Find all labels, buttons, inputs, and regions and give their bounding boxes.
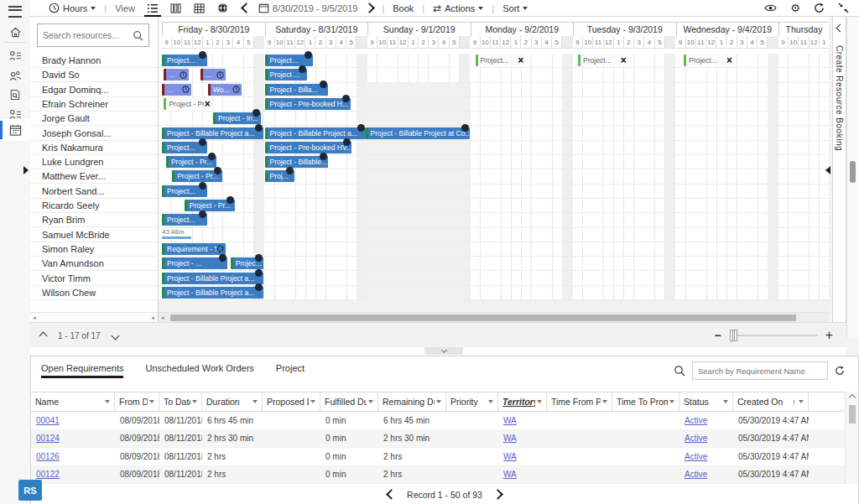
booking-bar[interactable]: Projec... — [231, 257, 263, 269]
cancel-booking-icon[interactable]: × — [621, 56, 627, 65]
next-range-button[interactable] — [366, 4, 373, 12]
cell-status[interactable]: Active — [679, 452, 733, 461]
column-header-name[interactable]: Name — [31, 392, 115, 411]
link[interactable]: Active — [685, 452, 707, 461]
booking-bar[interactable]: Project - Pr...× — [164, 98, 211, 110]
resource-row[interactable]: Wilson Chew — [30, 286, 158, 300]
booking-bar[interactable]: Project - ... — [162, 257, 227, 269]
booking-bar[interactable]: Project... — [162, 55, 207, 66]
resource-row[interactable]: Van Amundson — [30, 257, 158, 271]
booking-bar[interactable]: ... — [162, 84, 191, 96]
cancel-booking-icon[interactable]: × — [726, 56, 732, 65]
gantt-hscroll-thumb[interactable] — [170, 314, 796, 321]
column-header-remaining-durati[interactable]: Remaining Durati — [378, 392, 446, 411]
user-avatar-badge[interactable]: RS — [18, 480, 42, 501]
refresh-icon[interactable] — [835, 366, 845, 376]
column-header-to-date[interactable]: To Date — [159, 392, 202, 411]
link[interactable]: 00126 — [36, 452, 60, 461]
resource-row[interactable]: Kris Nakamura — [30, 141, 158, 155]
vertical-scroll-thumb[interactable] — [850, 161, 856, 183]
column-header-created-on[interactable]: Created On↑ — [733, 392, 809, 411]
resource-row[interactable]: Joseph Gonsal... — [30, 127, 158, 141]
filter-dropdown-icon[interactable] — [252, 400, 258, 403]
cell-territory[interactable]: WA — [498, 416, 547, 425]
table-row[interactable]: 0012208/09/201808/11/20182 hrs0 min2 hrs… — [31, 466, 845, 485]
booking-bar[interactable]: Project - Billable Project a... — [162, 273, 263, 284]
table-row[interactable]: 0012408/09/201808/11/20182 hrs 30 min0 m… — [31, 430, 845, 449]
prev-page-button[interactable] — [386, 489, 397, 500]
link[interactable]: 00041 — [36, 416, 60, 425]
booking-bar[interactable]: Project...× — [578, 55, 628, 66]
cell-territory[interactable]: WA — [498, 470, 547, 479]
resource-row[interactable]: Matthew Ever... — [30, 169, 158, 184]
hours-scale-dropdown[interactable]: Hours — [49, 3, 96, 13]
resource-row[interactable]: Jorge Gault — [30, 112, 158, 126]
list-view-button[interactable] — [143, 0, 162, 16]
collapse-button[interactable] — [838, 3, 849, 13]
booking-bar[interactable]: Project... — [162, 185, 207, 197]
cell-territory[interactable]: WA — [498, 452, 547, 461]
table-vscrollbar[interactable] — [845, 392, 858, 484]
filter-dropdown-icon[interactable] — [799, 400, 804, 403]
zoom-slider-thumb[interactable] — [730, 330, 737, 341]
cell-name[interactable]: 00124 — [31, 434, 115, 443]
resource-row[interactable]: Luke Lundgren — [30, 155, 158, 169]
link[interactable]: WA — [503, 470, 517, 479]
columns-view-button[interactable] — [167, 0, 185, 16]
filter-dropdown-icon[interactable] — [669, 400, 674, 403]
hamburger-button[interactable] — [0, 2, 30, 22]
sort-dropdown[interactable]: Sort — [502, 3, 528, 13]
actions-dropdown[interactable]: ⇄ Actions — [433, 3, 483, 14]
cell-name[interactable]: 00126 — [31, 452, 115, 461]
cell-status[interactable]: Active — [679, 434, 733, 443]
link[interactable]: 00124 — [36, 434, 60, 443]
cancel-booking-icon[interactable]: × — [518, 56, 523, 65]
filter-dropdown-icon[interactable] — [537, 400, 542, 403]
date-range-picker[interactable]: 8/30/2019 - 9/5/2019 — [258, 3, 358, 13]
booking-bar[interactable]: Project - Billable Project a... — [265, 127, 367, 139]
resource-row[interactable]: Ryan Brim — [30, 213, 158, 227]
cell-name[interactable]: 00041 — [31, 416, 115, 425]
filter-dropdown-icon[interactable] — [723, 400, 728, 403]
table-row[interactable]: 0012608/09/201808/11/20182 hrs0 min2 hrs… — [31, 448, 845, 466]
column-header-proposed-du[interactable]: Proposed Du — [263, 392, 320, 411]
booking-bar[interactable]: Project - Billable Project a... — [162, 287, 263, 299]
filter-dropdown-icon[interactable] — [368, 400, 373, 403]
link[interactable]: Active — [685, 416, 707, 425]
filter-dropdown-icon[interactable] — [602, 400, 607, 403]
nav-requirement-groups[interactable] — [0, 85, 30, 105]
resource-row[interactable]: Samuel McBride — [30, 228, 158, 242]
panel-collapse-handle[interactable] — [424, 347, 463, 355]
filter-dropdown-icon[interactable] — [436, 400, 441, 403]
page-down-button[interactable] — [111, 331, 119, 340]
tab-open-requirements[interactable]: Open Requirements — [41, 363, 123, 378]
booking-bar[interactable]: Project - Billa... — [265, 84, 329, 96]
requirement-search-input[interactable] — [692, 361, 828, 380]
booking-bar[interactable]: Project... — [162, 142, 207, 153]
table-view-button[interactable] — [190, 0, 209, 16]
booking-bar[interactable]: Project - Pr... — [185, 200, 235, 211]
booking-bar[interactable]: Project ... — [265, 69, 307, 81]
nav-resources[interactable] — [0, 65, 30, 86]
column-header-fulfilled-dura[interactable]: Fulfilled Dura — [320, 392, 378, 411]
visibility-button[interactable] — [764, 3, 777, 13]
tab-project[interactable]: Project — [276, 363, 305, 378]
filter-dropdown-icon[interactable] — [105, 400, 110, 403]
cell-status[interactable]: Active — [679, 470, 733, 479]
book-button[interactable]: Book — [393, 3, 414, 13]
page-up-button[interactable] — [39, 331, 48, 340]
booking-bar[interactable]: ... — [200, 69, 225, 81]
booking-bar[interactable]: Project...× — [476, 55, 526, 66]
column-header-status[interactable]: Status — [679, 392, 733, 411]
refresh-button[interactable] — [814, 3, 825, 13]
booking-bar[interactable]: Project... — [162, 214, 207, 226]
link[interactable]: Active — [685, 470, 707, 479]
filter-dropdown-icon[interactable] — [149, 400, 154, 403]
prev-range-button[interactable] — [242, 4, 250, 12]
booking-bar[interactable]: Project - Pre-booked H... — [265, 98, 351, 110]
nav-resource-requirements[interactable] — [0, 45, 30, 65]
zoom-slider[interactable] — [730, 335, 817, 336]
cell-name[interactable]: 00122 — [31, 470, 115, 479]
resource-row[interactable]: Efrain Schreiner — [30, 97, 158, 112]
resource-row[interactable]: Victor Timm — [30, 272, 158, 286]
